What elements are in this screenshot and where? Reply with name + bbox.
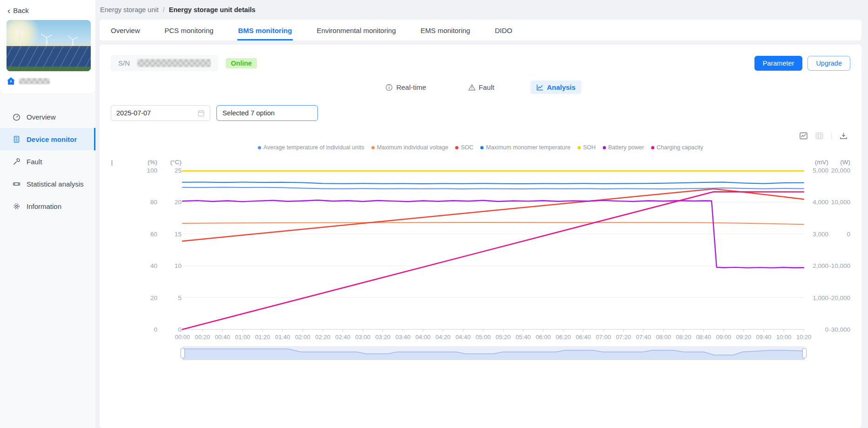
chevron-left-icon: ‹ (7, 7, 10, 14)
legend-dot (651, 146, 654, 149)
sn-label: S/N (118, 59, 130, 67)
device-header-row: S/N Online Parameter Upgrade (111, 55, 850, 71)
sn-value-masked (137, 59, 211, 67)
breadcrumb-parent[interactable]: Energy storage unit (100, 6, 159, 13)
view-tab-fault[interactable]: Fault (463, 80, 500, 94)
svg-text:2,000: 2,000 (813, 262, 828, 269)
wrench-icon (13, 158, 20, 166)
svg-text:07:00: 07:00 (596, 334, 611, 341)
legend-item-6[interactable]: Charging capacity (651, 144, 703, 151)
date-picker[interactable]: 2025-07-07 (111, 105, 210, 121)
sidebar-item-fault[interactable]: Fault (0, 150, 95, 173)
filter-row: 2025-07-07 Selected 7 option (111, 105, 850, 121)
legend-item-2[interactable]: SOC (455, 144, 473, 151)
legend-item-3[interactable]: Maximum monomer temperature (480, 144, 570, 151)
sidebar-nav: OverviewDevice monitorFaultStatistical a… (0, 94, 95, 217)
legend-dot (603, 146, 606, 149)
svg-text:08:40: 08:40 (696, 334, 711, 341)
legend-dot (258, 146, 261, 149)
metric-select[interactable]: Selected 7 option (216, 105, 318, 121)
sidebar-item-label: Device monitor (27, 135, 77, 143)
legend-label: Maximum monomer temperature (486, 144, 570, 151)
legend-label: Charging capacity (657, 144, 703, 151)
upgrade-button[interactable]: Upgrade (807, 56, 850, 71)
svg-text:10: 10 (175, 262, 182, 269)
legend-item-5[interactable]: Battery power (603, 144, 644, 151)
legend-dot (371, 146, 375, 149)
svg-text:08:20: 08:20 (676, 334, 691, 341)
table-view-icon[interactable] (815, 132, 823, 140)
gauge-icon (13, 113, 20, 121)
info-circle-icon (385, 84, 393, 91)
sidebar-item-label: Overview (27, 113, 56, 121)
svg-text:09:40: 09:40 (756, 334, 772, 341)
legend-label: Average temperature of individual units (263, 144, 364, 151)
sidebar-item-statistical-analysis[interactable]: Statistical analysis (0, 173, 95, 195)
svg-text:100: 100 (147, 167, 157, 174)
svg-text:(°C): (°C) (170, 159, 182, 166)
download-icon[interactable] (840, 132, 848, 140)
svg-text:10,000: 10,000 (831, 199, 850, 206)
line-chart-view-icon[interactable] (800, 132, 807, 140)
date-value: 2025-07-07 (116, 109, 151, 117)
svg-text:01:20: 01:20 (255, 334, 270, 341)
sidebar-item-label: Fault (27, 158, 42, 166)
svg-text:06:40: 06:40 (576, 334, 591, 341)
chart-toolbar (111, 132, 850, 140)
svg-text:10:00: 10:00 (776, 334, 792, 341)
svg-text:00:00: 00:00 (175, 334, 190, 341)
legend-label: SOH (583, 144, 596, 151)
svg-text:-20,000: -20,000 (829, 294, 850, 301)
svg-text:00:40: 00:40 (215, 334, 230, 341)
svg-text:05:20: 05:20 (496, 334, 511, 341)
brush-handle-left[interactable] (181, 348, 185, 358)
sidebar-item-device-monitor[interactable]: Device monitor (0, 128, 95, 150)
sidebar-header: ‹ Back (0, 0, 95, 94)
legend-label: Maximum individual voltage (377, 144, 449, 151)
svg-text:5,000: 5,000 (813, 167, 828, 174)
toolbar-divider (831, 133, 832, 140)
brush-handle-right[interactable] (802, 348, 807, 358)
svg-text:-30,000: -30,000 (829, 326, 850, 333)
svg-text:60: 60 (150, 231, 157, 238)
status-badge: Online (226, 58, 257, 68)
view-tab-real-time[interactable]: Real-time (380, 80, 431, 94)
svg-text:02:20: 02:20 (315, 334, 330, 341)
legend-item-4[interactable]: SOH (578, 144, 596, 151)
tab-bms-monitoring[interactable]: BMS monitoring (237, 21, 293, 40)
tab-overview[interactable]: Overview (110, 21, 141, 40)
line-chart[interactable]: (%)(°C)(mV)(W)10080604020025201510505,00… (111, 156, 850, 342)
content: Energy storage unit / Energy storage uni… (95, 0, 868, 428)
legend-item-0[interactable]: Average temperature of individual units (258, 144, 364, 151)
legend-item-1[interactable]: Maximum individual voltage (371, 144, 449, 151)
sidebar-item-overview[interactable]: Overview (0, 106, 95, 128)
svg-text:10:20: 10:20 (796, 334, 812, 341)
warning-triangle-icon (468, 84, 476, 91)
tab-dido[interactable]: DIDO (494, 21, 513, 40)
sn-group: S/N Online (111, 55, 257, 71)
time-brush[interactable] (182, 346, 805, 360)
tab-environmental-monitoring[interactable]: Environmental monitoring (316, 21, 397, 40)
view-tab-label: Fault (479, 83, 494, 91)
svg-text:20: 20 (150, 294, 157, 301)
view-tab-analysis[interactable]: Analysis (531, 80, 581, 94)
svg-text:01:40: 01:40 (275, 334, 290, 341)
chart-area: (%)(°C)(mV)(W)10080604020025201510505,00… (111, 156, 850, 360)
legend-label: SOC (461, 144, 473, 151)
breadcrumb-current: Energy storage unit details (169, 6, 256, 13)
sidebar-item-information[interactable]: Information (0, 195, 95, 217)
brush-minimap (182, 346, 805, 360)
svg-text:0: 0 (154, 326, 157, 333)
parameter-button[interactable]: Parameter (754, 56, 803, 71)
svg-text:06:00: 06:00 (536, 334, 551, 341)
site-row (7, 77, 89, 85)
tab-pcs-monitoring[interactable]: PCS monitoring (164, 21, 215, 40)
back-button[interactable]: ‹ Back (7, 6, 89, 20)
app-root: ‹ Back (0, 0, 868, 428)
chart-legend: Average temperature of individual unitsM… (111, 144, 850, 151)
svg-text:80: 80 (150, 199, 157, 206)
svg-text:(%): (%) (148, 159, 157, 166)
svg-text:00:20: 00:20 (195, 334, 210, 341)
svg-text:5: 5 (178, 294, 182, 301)
tab-ems-monitoring[interactable]: EMS monitoring (419, 21, 471, 40)
